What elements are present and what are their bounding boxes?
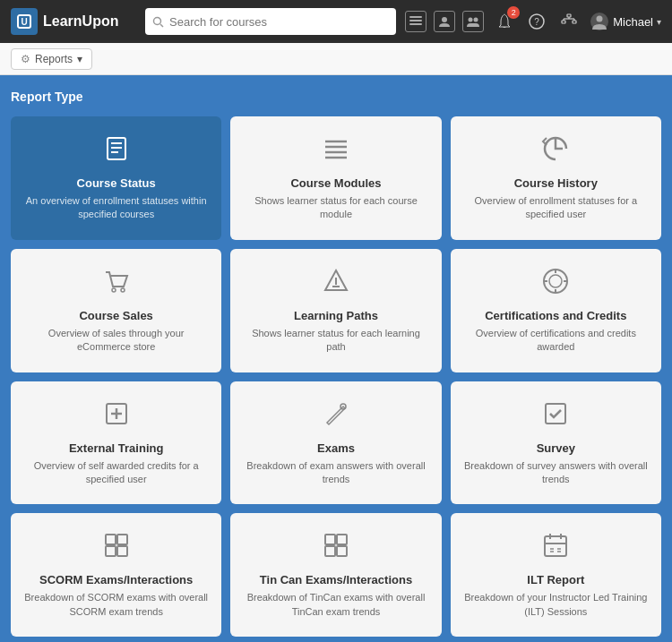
- svg-point-31: [121, 288, 125, 292]
- card-icon-exams: [322, 399, 350, 434]
- card-desc-course-status: An overview of enrollment statuses withi…: [24, 194, 208, 222]
- search-bar[interactable]: [145, 8, 396, 35]
- svg-rect-49: [117, 546, 127, 556]
- card-desc-ilt-report: Breakdown of your Instructor Led Trainin…: [464, 591, 648, 619]
- logo-icon: U: [11, 8, 38, 35]
- logo-area: U LearnUpon: [11, 8, 136, 35]
- card-icon-course-history: [541, 134, 570, 169]
- svg-text:U: U: [21, 17, 27, 27]
- card-icon-certifications: [541, 267, 570, 302]
- gear-icon: ⚙: [21, 53, 30, 65]
- svg-rect-14: [573, 21, 576, 23]
- svg-text:?: ?: [534, 17, 539, 27]
- main-content: Report Type Course Status An overview of…: [0, 75, 672, 642]
- card-certifications[interactable]: Certifications and Credits Overview of c…: [451, 249, 661, 372]
- card-title-external-training: External Training: [69, 441, 163, 455]
- card-icon-external-training: [102, 399, 131, 434]
- logo-text: LearnUpon: [43, 13, 118, 30]
- card-title-certifications: Certifications and Credits: [485, 309, 626, 322]
- svg-rect-6: [409, 23, 422, 25]
- org-button[interactable]: [557, 10, 581, 33]
- svg-rect-48: [106, 546, 116, 556]
- svg-rect-52: [325, 546, 335, 556]
- svg-rect-54: [545, 536, 566, 556]
- courses-icon-box[interactable]: [405, 11, 426, 32]
- svg-rect-51: [337, 535, 347, 544]
- card-title-ilt-report: ILT Report: [527, 573, 584, 586]
- svg-point-21: [597, 16, 603, 22]
- svg-rect-47: [117, 535, 127, 544]
- card-title-course-status: Course Status: [77, 176, 156, 190]
- user-menu[interactable]: Michael ▾: [590, 12, 661, 31]
- card-title-course-sales: Course Sales: [79, 309, 152, 322]
- svg-rect-13: [562, 21, 565, 23]
- card-survey[interactable]: Survey Breakdown of survey answers with …: [451, 381, 661, 505]
- card-course-modules[interactable]: Course Modules Shows learner status for …: [230, 116, 441, 240]
- reports-label: Reports: [35, 53, 73, 65]
- card-icon-course-modules: [322, 134, 350, 169]
- svg-point-30: [112, 288, 116, 292]
- card-title-scorm: SCORM Exams/Interactions: [39, 573, 193, 586]
- notification-badge: 2: [507, 6, 520, 19]
- svg-line-3: [160, 24, 163, 27]
- card-course-sales[interactable]: Course Sales Overview of sales through y…: [11, 249, 221, 372]
- card-desc-course-history: Overview of enrollment statuses for a sp…: [464, 194, 648, 222]
- card-learning-paths[interactable]: Learning Paths Shows learner status for …: [230, 249, 441, 372]
- card-scorm[interactable]: SCORM Exams/Interactions Breakdown of SC…: [11, 513, 221, 637]
- card-desc-course-modules: Shows learner status for each course mod…: [244, 194, 427, 222]
- group-icon: [467, 16, 479, 28]
- dropdown-arrow: ▾: [77, 53, 82, 65]
- svg-rect-5: [409, 20, 422, 21]
- card-title-course-modules: Course Modules: [290, 176, 381, 190]
- svg-rect-45: [546, 404, 565, 424]
- search-icon: [152, 16, 164, 28]
- user-name: Michael: [613, 15, 653, 29]
- svg-point-2: [154, 17, 161, 24]
- card-external-training[interactable]: External Training Overview of self award…: [11, 381, 221, 505]
- card-course-history[interactable]: Course History Overview of enrollment st…: [451, 116, 661, 240]
- card-icon-survey: [541, 399, 570, 434]
- card-desc-course-sales: Overview of sales through your eCommerce…: [24, 327, 208, 355]
- card-desc-external-training: Overview of self awarded credits for a s…: [24, 459, 208, 487]
- help-button[interactable]: ?: [525, 10, 548, 33]
- card-desc-survey: Breakdown of survey answers with overall…: [464, 459, 648, 487]
- card-course-status[interactable]: Course Status An overview of enrollment …: [11, 116, 221, 240]
- svg-rect-4: [409, 16, 422, 18]
- card-desc-certifications: Overview of certifications and credits a…: [464, 327, 648, 355]
- card-desc-tin-can: Breakdown of TinCan exams with overall T…: [244, 591, 427, 619]
- courses-icon: [409, 16, 422, 27]
- card-desc-exams: Breakdown of exam answers with overall t…: [244, 459, 427, 487]
- svg-rect-53: [337, 546, 347, 556]
- user-icon: [439, 16, 450, 28]
- user-icon-box[interactable]: [434, 11, 455, 32]
- card-desc-scorm: Breakdown of SCORM exams with overall SC…: [24, 591, 208, 619]
- search-input[interactable]: [169, 15, 389, 29]
- user-dropdown-arrow: ▾: [657, 17, 661, 27]
- section-title: Report Type: [11, 86, 661, 107]
- svg-point-9: [474, 17, 478, 21]
- card-exams[interactable]: Exams Breakdown of exam answers with ove…: [230, 381, 441, 505]
- card-title-survey: Survey: [537, 441, 575, 455]
- card-icon-course-status: [102, 134, 131, 169]
- main-header: U LearnUpon: [0, 0, 672, 43]
- reports-dropdown-button[interactable]: ⚙ Reports ▾: [11, 48, 92, 70]
- notifications-button[interactable]: 2: [493, 10, 516, 33]
- card-ilt-report[interactable]: ILT Report Breakdown of your Instructor …: [451, 513, 661, 637]
- card-title-tin-can: Tin Can Exams/Interactions: [260, 573, 412, 586]
- card-icon-ilt-report: [541, 531, 570, 566]
- top-search-icons: [405, 11, 484, 32]
- svg-rect-50: [325, 535, 335, 544]
- card-icon-learning-paths: [322, 267, 350, 302]
- report-type-grid: Course Status An overview of enrollment …: [11, 116, 661, 637]
- card-tin-can[interactable]: Tin Can Exams/Interactions Breakdown of …: [230, 513, 441, 637]
- card-icon-course-sales: [102, 267, 131, 302]
- card-icon-scorm: [102, 531, 131, 566]
- user-avatar: [590, 12, 609, 31]
- svg-point-8: [469, 17, 473, 21]
- card-title-learning-paths: Learning Paths: [294, 309, 378, 322]
- card-icon-tin-can: [322, 531, 350, 566]
- subheader: ⚙ Reports ▾: [0, 43, 672, 75]
- group-icon-box[interactable]: [462, 11, 484, 32]
- svg-rect-46: [106, 535, 116, 544]
- svg-rect-12: [567, 14, 571, 17]
